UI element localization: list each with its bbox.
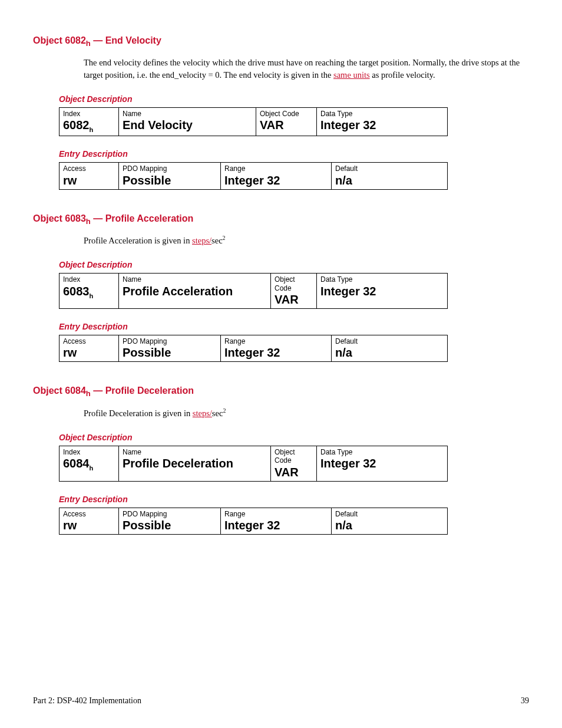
cell-value: n/a [335,519,352,532]
cell-value: Possible [123,174,171,187]
heading-post: — Profile Acceleration [91,213,194,223]
heading-pre: Object 6083 [33,213,86,223]
cell-value: n/a [335,346,352,359]
col-label: Data Type [320,448,444,456]
body-text: The end velocity defines the velocity wh… [84,57,523,81]
objdesc-heading: Object Description [59,260,529,269]
col-label: Range [224,337,328,345]
body-link[interactable]: steps/ [193,409,212,418]
cell-value: Integer 32 [224,174,280,187]
entrydesc-table: Access rw PDO Mapping Possible Range Int… [59,335,448,362]
cell-value: 6084h [63,457,93,470]
col-label: Range [224,164,328,173]
heading-post: — End Velocity [91,35,161,45]
table-row: Access rw PDO Mapping Possible Range Int… [59,508,448,534]
cell-value: End Velocity [123,118,193,131]
entrydesc-heading: Entry Description [59,322,529,331]
cell-value: Integer 32 [320,285,376,298]
body-link[interactable]: steps/ [192,236,211,245]
col-label: Name [123,448,267,456]
objdesc-table: Index 6082h Name End Velocity Object Cod… [59,107,448,136]
entrydesc-table: Access rw PDO Mapping Possible Range Int… [59,508,448,535]
section-heading: Object 6084h — Profile Deceleration [33,386,529,398]
footer-page-number: 39 [521,696,529,706]
footer-left: Part 2: DSP-402 Implementation [33,696,141,706]
cell-value: VAR [260,118,284,131]
section-heading: Object 6083h — Profile Acceleration [33,213,529,226]
cell-value: VAR [275,466,299,479]
body-pre: Profile Deceleration is given in [84,409,193,418]
section-heading: Object 6082h — End Velocity [33,35,529,48]
col-label: Access [63,337,115,345]
col-label: Access [63,164,115,173]
cell-value: Profile Acceleration [123,285,233,298]
col-label: Object Code [275,448,313,465]
sup: 2 [223,235,226,241]
col-label: Default [335,510,444,518]
col-label: Default [335,164,444,173]
cell-value: n/a [335,174,352,187]
cell-value: 6083h [63,285,93,298]
cell-value: 6082h [63,118,93,131]
page-footer: Part 2: DSP-402 Implementation 39 [33,696,529,706]
heading-sub: h [86,39,91,48]
col-label: Access [63,510,115,518]
cell-value: Integer 32 [224,346,280,359]
col-label: Index [63,110,115,118]
body-post: as profile velocity. [370,70,435,80]
cell-value: Possible [123,519,171,532]
col-label: PDO Mapping [123,164,217,173]
cell-value: rw [63,346,77,359]
col-label: Data Type [320,275,444,284]
sup: 2 [223,407,226,414]
entrydesc-table: Access rw PDO Mapping Possible Range Int… [59,162,448,189]
heading-post: — Profile Deceleration [91,386,194,396]
col-label: Range [224,510,328,518]
col-label: Object Code [260,110,313,118]
entrydesc-heading: Entry Description [59,495,529,504]
table-row: Access rw PDO Mapping Possible Range Int… [59,163,448,189]
col-label: Name [123,275,267,284]
cell-value: rw [63,174,77,187]
cell-value: Integer 32 [320,118,376,131]
body-text: Profile Deceleration is given in steps/s… [84,407,523,420]
body-post: sec [211,236,223,245]
table-row: Index 6084h Name Profile Deceleration Ob… [59,446,448,481]
objdesc-heading: Object Description [59,94,529,104]
col-label: PDO Mapping [123,510,217,518]
col-label: Default [335,337,444,345]
objdesc-heading: Object Description [59,433,529,442]
cell-value: Integer 32 [320,457,376,470]
cell-value: Profile Deceleration [123,457,233,470]
body-text: Profile Acceleration is given in steps/s… [84,234,523,247]
heading-sub: h [86,217,91,226]
col-label: Data Type [320,110,444,118]
heading-pre: Object 6084 [33,386,86,396]
table-row: Index 6083h Name Profile Acceleration Ob… [59,274,448,309]
col-label: Object Code [275,275,313,292]
col-label: Name [123,110,252,118]
table-row: Index 6082h Name End Velocity Object Cod… [59,107,448,136]
body-pre: The end velocity defines the velocity wh… [84,58,520,80]
entrydesc-heading: Entry Description [59,149,529,159]
body-post: sec [212,409,223,418]
col-label: Index [63,275,115,284]
cell-value: VAR [275,293,299,306]
cell-value: rw [63,519,77,532]
body-link[interactable]: same units [333,70,370,80]
body-pre: Profile Acceleration is given in [84,236,192,245]
col-label: PDO Mapping [123,337,217,345]
cell-value: Integer 32 [224,519,280,532]
heading-sub: h [86,389,91,398]
table-row: Access rw PDO Mapping Possible Range Int… [59,335,448,361]
cell-value: Possible [123,346,171,359]
objdesc-table: Index 6084h Name Profile Deceleration Ob… [59,446,448,482]
objdesc-table: Index 6083h Name Profile Acceleration Ob… [59,273,448,309]
col-label: Index [63,448,115,456]
heading-pre: Object 6082 [33,35,86,45]
